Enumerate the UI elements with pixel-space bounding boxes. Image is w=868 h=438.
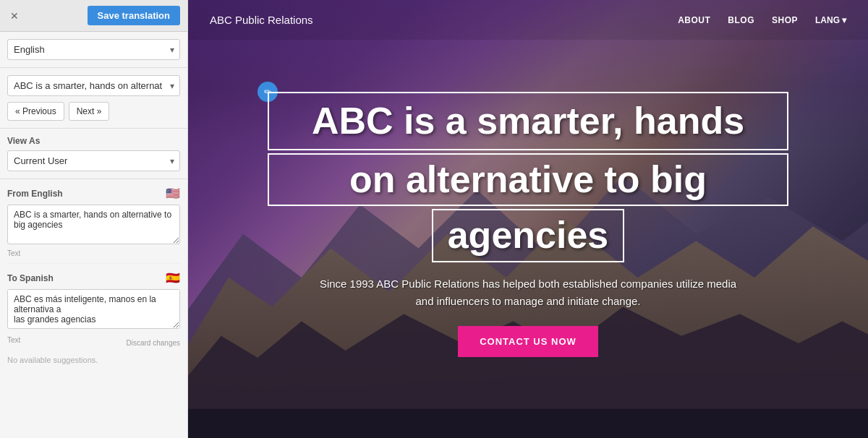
from-flag: 🇺🇸 [166, 186, 180, 200]
cta-button[interactable]: CONTACT US NOW [458, 326, 598, 357]
suggestions-text: No available suggestions. [7, 356, 180, 364]
string-select-wrapper: ABC is a smarter, hands on alternative t… [7, 75, 180, 96]
from-section: From English 🇺🇸 ABC is a smarter, hands … [0, 179, 187, 372]
hero-subtext: Since 1993 ABC Public Relations has help… [268, 275, 788, 310]
to-section: To Spanish 🇪🇸 ABC es <u>más inteligente<… [7, 263, 180, 364]
website-preview: ABC Public Relations ABOUT BLOG SHOP LAN… [188, 0, 868, 438]
nav-blog[interactable]: BLOG [728, 15, 754, 25]
language-select-wrapper: English [7, 39, 180, 60]
from-textarea[interactable]: ABC is a smarter, hands on alternative t… [7, 205, 180, 244]
view-as-label: View As [7, 136, 180, 146]
nav-about[interactable]: ABOUT [678, 15, 710, 25]
view-as-select-wrapper: Current User [7, 150, 180, 171]
headline-line3-box: agencies [432, 209, 625, 262]
to-field-type: Text [7, 336, 20, 344]
prev-button[interactable]: « Previous [7, 102, 64, 121]
hero-content: ✏ ABC is a smarter, hands on alternative… [268, 92, 788, 357]
headline-line2-text: on alternative to big [349, 158, 707, 200]
string-section: ABC is a smarter, hands on alternative t… [0, 68, 187, 129]
headline-line1-box: ABC is a smarter, hands [268, 92, 788, 150]
to-flag: 🇪🇸 [166, 271, 180, 285]
site-nav-links: ABOUT BLOG SHOP LANG ▾ [678, 15, 846, 25]
translation-panel: ✕ Save translation English ABC is a smar… [0, 0, 188, 438]
discard-changes-link[interactable]: Discard changes [127, 339, 180, 347]
headline-line3-text: agencies [448, 214, 609, 256]
from-lang-header: From English 🇺🇸 [7, 186, 180, 200]
nav-lang-dropdown[interactable]: LANG ▾ [815, 15, 846, 25]
site-navbar: ABC Public Relations ABOUT BLOG SHOP LAN… [188, 0, 868, 40]
site-logo: ABC Public Relations [210, 14, 678, 26]
string-select[interactable]: ABC is a smarter, hands on alternative t… [7, 75, 180, 96]
headline-line3-wrapper: agencies [268, 209, 788, 262]
svg-rect-3 [188, 409, 868, 438]
nav-shop[interactable]: SHOP [772, 15, 798, 25]
subtext-line2: and influencers to manage and initiate c… [415, 295, 640, 307]
headline-container: ✏ ABC is a smarter, hands on alternative… [268, 92, 788, 262]
from-field-type: Text [7, 249, 180, 257]
language-section: English [0, 32, 187, 68]
nav-buttons: « Previous Next » [7, 102, 180, 121]
to-lang-header: To Spanish 🇪🇸 [7, 271, 180, 285]
panel-header: ✕ Save translation [0, 0, 187, 32]
from-label: From English [7, 189, 63, 199]
save-translation-button[interactable]: Save translation [88, 6, 180, 25]
language-select[interactable]: English [7, 39, 180, 60]
to-label: To Spanish [7, 273, 54, 283]
view-as-select[interactable]: Current User [7, 150, 180, 171]
close-icon: ✕ [10, 10, 19, 22]
subtext-line1: Since 1993 ABC Public Relations has help… [320, 278, 736, 290]
nav-lang-arrow-icon: ▾ [842, 15, 846, 25]
nav-lang-label: LANG [815, 15, 840, 25]
view-as-section: View As Current User [0, 129, 187, 179]
close-button[interactable]: ✕ [7, 9, 22, 23]
to-textarea[interactable]: ABC es <u>más inteligente</u>, <u>manos<… [7, 289, 180, 329]
next-button[interactable]: Next » [69, 102, 110, 121]
headline-line1-text: ABC is a smarter, hands [312, 100, 744, 142]
headline-line2-box: on alternative to big [268, 153, 788, 206]
